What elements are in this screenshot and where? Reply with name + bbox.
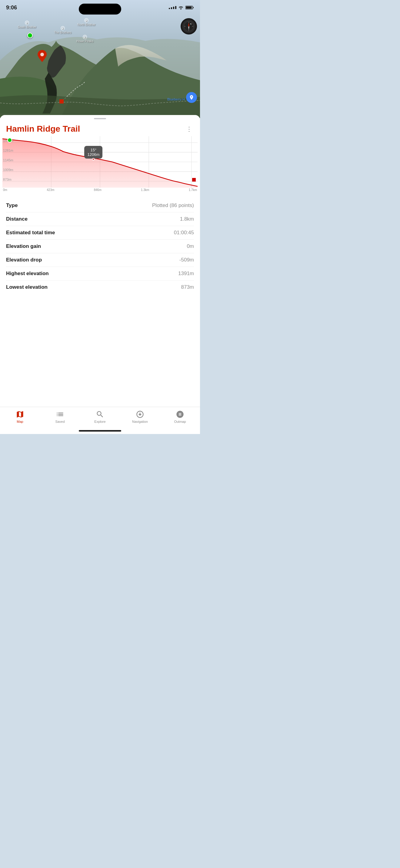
battery-icon <box>185 5 194 10</box>
x-label-0: 0m <box>3 188 7 192</box>
compass-inner: N <box>182 20 196 33</box>
dynamic-island <box>79 4 121 14</box>
map-terrain: ▲ South Brother ▲ North Brother ▲ The Br… <box>0 0 200 118</box>
peak-north-brother: ▲ North Brother <box>77 18 95 26</box>
detail-label-type: Type <box>6 203 18 209</box>
saved-tab-icon <box>56 410 64 418</box>
detail-label-gain: Elevation gain <box>6 243 41 249</box>
tab-map-label: Map <box>17 420 23 424</box>
peak-south-brother: ▲ South Brother <box>18 21 36 29</box>
detail-label-drop: Elevation drop <box>6 257 42 263</box>
detail-distance: Distance 1.8km <box>6 213 194 226</box>
tooltip-elevation: 1206m <box>87 152 99 157</box>
chart-end-marker <box>192 178 196 182</box>
detail-lowest-elevation: Lowest elevation 873m <box>6 281 194 294</box>
sheet-header: Hamlin Ridge Trail ⋮ <box>0 119 200 136</box>
signal-icon <box>169 6 176 9</box>
tab-explore-label: Explore <box>94 420 106 424</box>
wifi-icon <box>178 5 183 10</box>
location-button[interactable] <box>186 92 197 103</box>
svg-text:1145m: 1145m <box>3 158 13 162</box>
location-pin <box>37 50 47 63</box>
x-label-4: 1.7km <box>189 188 197 192</box>
tab-explore[interactable]: Explore <box>80 410 120 424</box>
trail-title: Hamlin Ridge Trail <box>6 124 80 134</box>
detail-value-lowest: 873m <box>181 284 194 290</box>
x-label-1: 423m <box>47 188 54 192</box>
detail-value-time: 01:00:45 <box>174 230 194 236</box>
chart-start-dot <box>7 138 12 143</box>
detail-estimated-time: Estimated total time 01:00:45 <box>6 226 194 240</box>
x-label-2: 846m <box>94 188 102 192</box>
home-indicator <box>79 430 121 432</box>
tab-map[interactable]: Map <box>0 410 40 424</box>
tooltip-dot <box>92 158 94 160</box>
status-icons <box>169 5 194 10</box>
outmap-tab-icon <box>176 410 184 418</box>
map-tab-icon <box>16 410 24 418</box>
tab-saved-label: Saved <box>55 420 64 424</box>
detail-elevation-gain: Elevation gain 0m <box>6 240 194 253</box>
elevation-svg: 1417m 1281m 1145m 1009m 873m <box>2 136 198 188</box>
svg-text:873m: 873m <box>3 177 11 181</box>
x-axis-labels: 0m 423m 846m 1.3km 1.7km <box>0 188 200 192</box>
detail-value-type: Plotted (86 points) <box>152 203 194 209</box>
peak-the-brothers: ▲ The Brothers <box>54 26 72 34</box>
more-options-button[interactable]: ⋮ <box>184 124 194 134</box>
explore-tab-icon <box>96 410 104 418</box>
tab-outmap[interactable]: Outmap <box>160 410 200 424</box>
peak-howe-peaks: ▲ Howe Peaks <box>76 35 93 43</box>
detail-label-distance: Distance <box>6 216 28 222</box>
status-bar: 9:06 <box>0 0 200 15</box>
bottom-sheet: Hamlin Ridge Trail ⋮ 15° 1206m <box>0 115 200 434</box>
tab-navigation[interactable]: Navigation <box>120 410 160 424</box>
status-time: 9:06 <box>6 4 17 11</box>
svg-rect-1 <box>193 7 194 8</box>
blueberry-label: Blueberry H <box>167 97 185 101</box>
destination-marker <box>59 99 64 103</box>
map-view[interactable]: ▲ South Brother ▲ North Brother ▲ The Br… <box>0 0 200 118</box>
svg-text:N: N <box>190 23 192 25</box>
trail-details: Type Plotted (86 points) Distance 1.8km … <box>0 195 200 298</box>
detail-value-drop: -509m <box>179 257 194 263</box>
navigation-tab-icon <box>136 410 144 418</box>
tab-saved[interactable]: Saved <box>40 410 80 424</box>
detail-value-gain: 0m <box>187 243 194 249</box>
tab-outmap-label: Outmap <box>174 420 186 424</box>
elevation-tooltip: 15° 1206m <box>84 146 103 159</box>
svg-text:1281m: 1281m <box>3 149 13 152</box>
tab-navigation-label: Navigation <box>132 420 148 424</box>
x-label-3: 1.3km <box>141 188 149 192</box>
detail-elevation-drop: Elevation drop -509m <box>6 253 194 267</box>
svg-rect-2 <box>186 7 192 9</box>
elevation-chart[interactable]: 15° 1206m <box>0 136 200 195</box>
detail-value-highest: 1391m <box>178 271 194 277</box>
tooltip-angle: 15° <box>87 148 99 152</box>
compass[interactable]: N <box>180 18 197 34</box>
detail-type: Type Plotted (86 points) <box>6 199 194 213</box>
detail-label-highest: Highest elevation <box>6 271 49 277</box>
svg-point-4 <box>40 53 44 56</box>
start-location-dot <box>27 33 33 38</box>
detail-highest-elevation: Highest elevation 1391m <box>6 267 194 281</box>
svg-text:1009m: 1009m <box>3 168 13 171</box>
detail-label-lowest: Lowest elevation <box>6 284 48 290</box>
detail-value-distance: 1.8km <box>180 216 194 222</box>
detail-label-time: Estimated total time <box>6 230 55 236</box>
